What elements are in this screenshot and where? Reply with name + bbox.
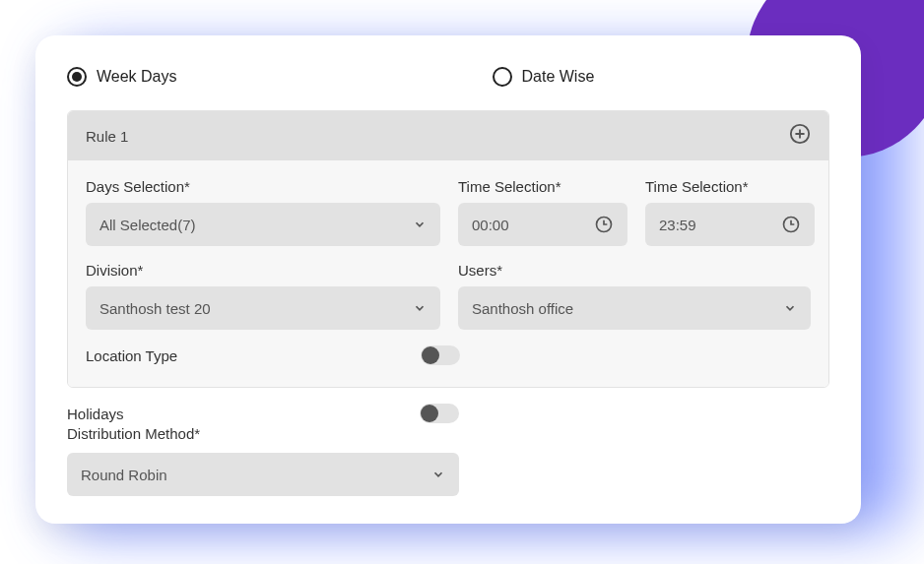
clock-icon: [781, 215, 801, 234]
toggle-knob: [421, 405, 438, 422]
field-label: Days Selection*: [86, 178, 440, 195]
field-label: Users*: [458, 262, 811, 279]
rule-title: Rule 1: [86, 128, 128, 145]
field-label: Time Selection*: [645, 178, 815, 195]
select-value: Santhosh test 20: [99, 300, 211, 317]
chevron-down-icon: [431, 468, 445, 481]
toggle-label: Holidays: [67, 406, 124, 422]
select-value: Santhosh office: [472, 300, 573, 317]
rule-header: Rule 1: [68, 111, 828, 160]
toggle-knob: [422, 346, 439, 364]
users-field: Users* Santhosh office: [458, 262, 811, 330]
radio-week-days[interactable]: Week Days: [67, 67, 177, 87]
rule-body: Days Selection* All Selected(7) Time Sel…: [68, 160, 828, 387]
division-field: Division* Santhosh test 20: [86, 262, 440, 330]
time-value: 00:00: [472, 217, 509, 233]
holidays-row: Holidays: [67, 400, 459, 423]
field-label: Division*: [86, 262, 440, 279]
time-value: 23:59: [659, 217, 696, 233]
chevron-down-icon: [783, 301, 797, 315]
chevron-down-icon: [413, 301, 427, 315]
time-start-field: Time Selection* 00:00: [458, 178, 627, 246]
users-dropdown[interactable]: Santhosh office: [458, 286, 811, 330]
select-value: All Selected(7): [99, 217, 196, 233]
time-end-field: Time Selection* 23:59: [645, 178, 815, 246]
toggle-label: Location Type: [86, 347, 177, 364]
settings-card: Week Days Date Wise Rule 1 Days Selectio…: [35, 35, 861, 524]
radio-date-wise[interactable]: Date Wise: [493, 67, 595, 87]
division-dropdown[interactable]: Santhosh test 20: [86, 286, 440, 330]
clock-icon: [594, 215, 614, 234]
rule-card: Rule 1 Days Selection* All Selected(7): [67, 110, 829, 388]
field-label: Time Selection*: [458, 178, 627, 195]
mode-radios: Week Days Date Wise: [67, 67, 829, 87]
chevron-down-icon: [413, 218, 427, 231]
radio-label: Date Wise: [522, 68, 595, 86]
distribution-field: Distribution Method* Round Robin: [67, 425, 829, 496]
location-type-row: Location Type: [86, 345, 460, 365]
days-selection-dropdown[interactable]: All Selected(7): [86, 203, 440, 246]
select-value: Round Robin: [81, 467, 167, 483]
card-footer: Holidays Distribution Method* Round Robi…: [67, 400, 829, 496]
holidays-toggle[interactable]: [420, 404, 459, 423]
time-end-input[interactable]: 23:59: [645, 203, 815, 246]
radio-checked-icon: [67, 67, 87, 87]
radio-unchecked-icon: [493, 67, 512, 87]
radio-label: Week Days: [97, 68, 177, 86]
field-label: Distribution Method*: [67, 425, 200, 442]
days-selection-field: Days Selection* All Selected(7): [86, 178, 440, 246]
location-type-toggle[interactable]: [421, 345, 460, 365]
plus-circle-icon: [789, 123, 811, 145]
time-start-input[interactable]: 00:00: [458, 203, 627, 246]
add-rule-button[interactable]: [789, 123, 811, 149]
distribution-dropdown[interactable]: Round Robin: [67, 453, 459, 496]
